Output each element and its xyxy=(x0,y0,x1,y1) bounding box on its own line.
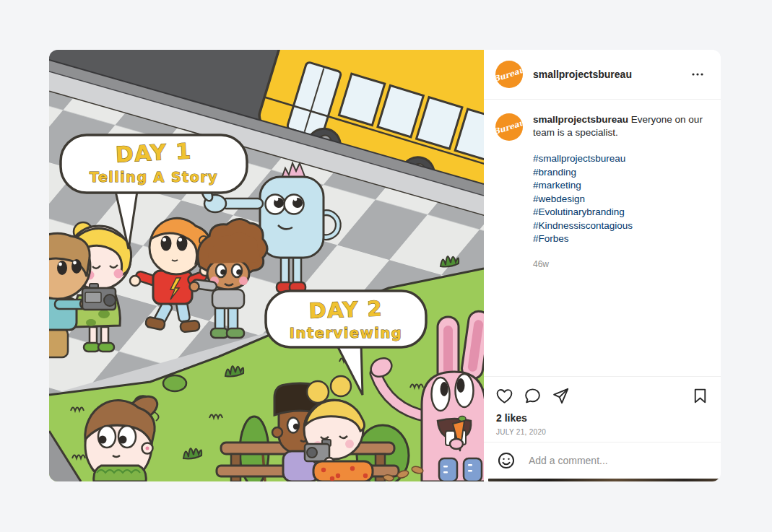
share-button[interactable] xyxy=(550,385,571,406)
share-plane-icon xyxy=(552,387,570,405)
caption-avatar[interactable]: Bureau xyxy=(495,113,523,141)
hashtag-link[interactable]: #Forbes xyxy=(533,232,714,246)
caption-block: smallprojectsbureau Everyone on our team… xyxy=(533,113,714,271)
emoji-button[interactable] xyxy=(495,450,517,471)
smiley-icon xyxy=(497,451,516,470)
bookmark-icon xyxy=(691,387,709,405)
avatar-logo-text: Bureau xyxy=(495,65,523,84)
heart-icon xyxy=(495,387,513,405)
comments-area: Bureau smallprojectsbureau Everyone on o… xyxy=(484,100,721,376)
hashtag-link[interactable]: #Evolutinarybranding xyxy=(533,206,714,219)
next-post-edge xyxy=(488,479,719,481)
bubble1-title: DAY 1 xyxy=(115,138,192,167)
post-date: JULY 21, 2020 xyxy=(496,428,711,436)
post-header: Bureau smallprojectsbureau xyxy=(484,50,721,100)
action-bar: 2 likes JULY 21, 2020 xyxy=(484,376,721,442)
header-username[interactable]: smallprojectsbureau xyxy=(533,69,686,80)
hashtag-link[interactable]: #webdesign xyxy=(533,193,714,206)
like-button[interactable] xyxy=(494,385,515,406)
hashtag-link[interactable]: #branding xyxy=(533,166,714,180)
post-detail-panel: Bureau smallprojectsbureau Bureau smallp… xyxy=(484,50,721,481)
avatar[interactable]: Bureau xyxy=(495,61,523,88)
hashtag-link[interactable]: #smallprojectsbureau xyxy=(533,152,714,166)
post-image[interactable]: DAY 1 Telling A Story DAY 2 Interviewing xyxy=(49,50,484,481)
bubble2-title: DAY 2 xyxy=(308,296,383,323)
comment-button[interactable] xyxy=(522,385,543,406)
post-age: 46w xyxy=(533,258,714,271)
more-options-icon xyxy=(689,66,706,83)
hashtag-link[interactable]: #Kindnessiscontagious xyxy=(533,219,714,233)
bubble1-subtitle: Telling A Story xyxy=(90,169,218,185)
hashtag-link[interactable]: #marketing xyxy=(533,179,714,193)
avatar-logo-text: Bureau xyxy=(495,118,523,136)
caption-username[interactable]: smallprojectsbureau xyxy=(533,114,628,125)
bubble2-subtitle: Interviewing xyxy=(290,325,402,341)
instagram-post-card: DAY 1 Telling A Story DAY 2 Interviewing… xyxy=(49,50,721,481)
comment-input[interactable] xyxy=(527,454,709,467)
like-count[interactable]: 2 likes xyxy=(496,412,711,424)
add-comment-row xyxy=(484,442,721,479)
more-options-button[interactable] xyxy=(686,63,709,86)
video-camera-prop xyxy=(82,284,116,310)
hashtag-list: #smallprojectsbureau #branding #marketin… xyxy=(533,152,714,246)
caption-row: Bureau smallprojectsbureau Everyone on o… xyxy=(495,113,714,271)
save-button[interactable] xyxy=(690,385,711,406)
comment-icon xyxy=(524,387,542,405)
